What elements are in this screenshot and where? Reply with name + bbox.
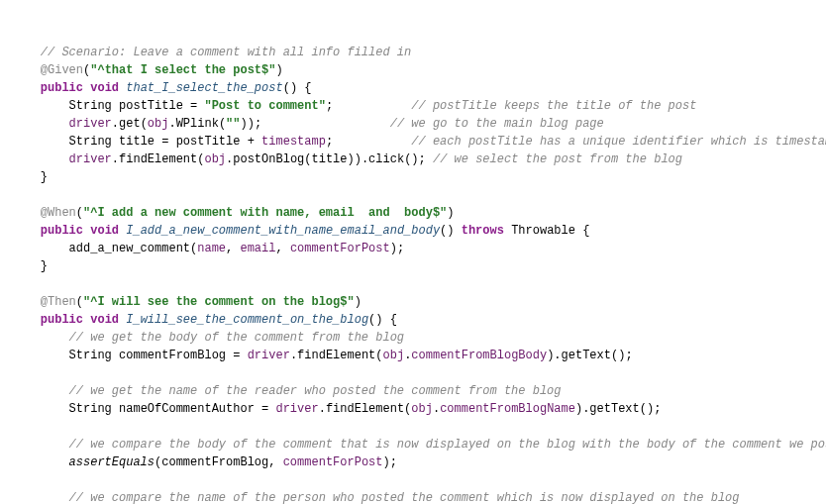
keyword: public [41,313,83,327]
var: nameOfCommentAuthor [119,402,255,416]
comment: // each postTitle has a unique identifie… [411,135,826,149]
var: postTitle [176,135,241,149]
field: obj [148,117,169,131]
string: "^that I select the post$" [90,63,275,77]
field: email [240,242,275,255]
line: // we get the name of the reader who pos… [12,384,562,398]
annotation: @Then [41,295,76,309]
keyword: public [41,81,83,95]
field: driver [69,117,112,131]
call: getText [589,402,639,416]
line: // Scenario: Leave a comment with all in… [12,46,411,59]
string: "^I will see the comment on the blog$" [83,295,355,309]
line: add_a_new_comment(name, email, commentFo… [12,242,404,255]
line: } [12,259,48,273]
blank-line [12,473,19,487]
field: driver [275,402,318,416]
field: name [197,242,226,255]
comment: // we compare the body of the comment th… [69,438,826,452]
line: public void I_will_see_the_comment_on_th… [12,313,397,327]
field: obj [204,152,226,166]
field: commentForPost [283,455,383,469]
line: public void I_add_a_new_comment_with_nam… [12,224,589,238]
comment: // Scenario: Leave a comment with all in… [41,46,411,59]
keyword: void [90,313,119,327]
line: String commentFromBlog = driver.findElem… [12,349,633,362]
annotation: @When [41,206,76,220]
comment: // we go to the main blog page [390,117,604,131]
string: "^I add a new comment with name, email a… [83,206,447,220]
type: String [69,402,112,416]
field: commentFromBlogBody [411,349,547,362]
blank-line [12,277,19,291]
field: obj [411,402,433,416]
line: public void that_I_select_the_post() { [12,81,312,95]
field: commentFromBlogName [440,402,575,416]
keyword: void [90,224,119,238]
method-name: I_will_see_the_comment_on_the_blog [126,313,368,327]
string: "" [226,117,240,131]
line: // we get the body of the comment from t… [12,331,404,345]
line: @Given("^that I select the post$") [12,63,283,77]
call: getText [562,349,611,362]
type: String [69,135,112,149]
field: commentForPost [290,242,390,255]
line: } [12,170,48,184]
line: @Then("^I will see the comment on the bl… [12,295,361,309]
var: commentFromBlog [119,349,226,362]
var: commentFromBlog [161,455,268,469]
code-block: // Scenario: Leave a comment with all in… [12,44,814,504]
string: "Post to comment" [204,99,325,113]
call: findElement [297,349,375,362]
var: title [311,152,347,166]
line: String nameOfCommentAuthor = driver.find… [12,402,661,416]
keyword: throws [462,224,504,238]
field: obj [383,349,405,362]
comment: // we get the name of the reader who pos… [69,384,562,398]
keyword: void [90,81,119,95]
line: @When("^I add a new comment with name, e… [12,206,455,220]
type: String [69,99,112,113]
line: // we compare the body of the comment th… [12,438,826,452]
call: assertEquals [69,455,155,469]
comment: // postTitle keeps the title of the post [411,99,696,113]
call: WPlink [176,117,219,131]
blank-line [12,188,19,202]
field: driver [69,152,112,166]
blank-line [12,420,19,434]
field: timestamp [261,135,326,149]
line: // we compare the name of the person who… [12,491,740,504]
line: String title = postTitle + timestamp; //… [12,135,826,149]
call: findElement [119,152,197,166]
comment: // we get the body of the comment from t… [69,331,404,345]
var: title [119,135,155,149]
call: get [119,117,141,131]
call: findElement [326,402,404,416]
comment: // we compare the name of the person who… [69,491,740,504]
keyword: public [41,224,83,238]
method-name: I_add_a_new_comment_with_name_email_and_… [126,224,440,238]
method-name: that_I_select_the_post [126,81,282,95]
type: Throwable [511,224,575,238]
type: String [69,349,112,362]
annotation: @Given [41,63,83,77]
call: postOnBlog [233,152,304,166]
line: assertEquals(commentFromBlog, commentFor… [12,455,397,469]
call: click [368,152,404,166]
line: driver.get(obj.WPlink("")); // we go to … [12,117,604,131]
var: postTitle [119,99,183,113]
line: String postTitle = "Post to comment"; //… [12,99,696,113]
field: driver [248,349,290,362]
comment: // we select the post from the blog [433,152,682,166]
call: add_a_new_comment [69,242,190,255]
line: driver.findElement(obj.postOnBlog(title)… [12,152,682,166]
blank-line [12,366,19,380]
